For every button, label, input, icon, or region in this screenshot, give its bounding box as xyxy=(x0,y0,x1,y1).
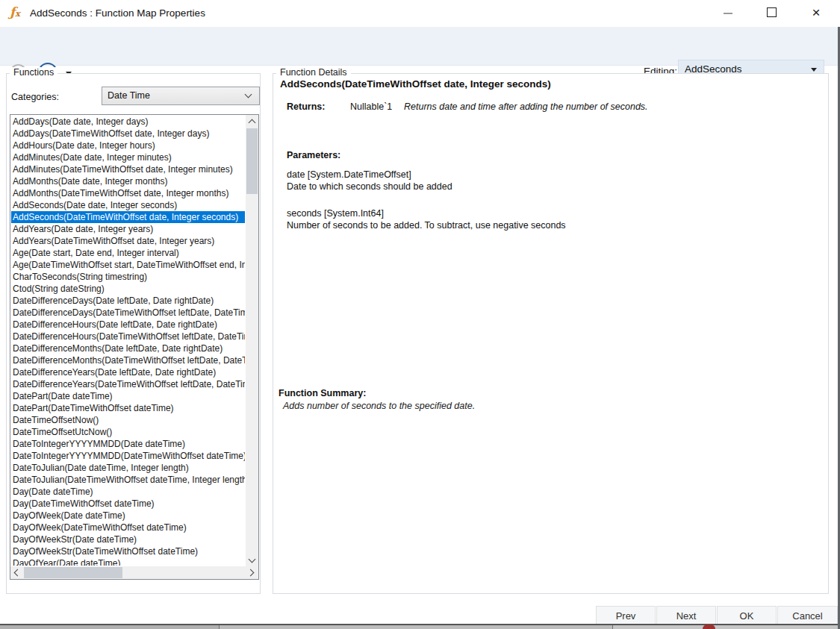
vertical-scrollbar-thumb[interactable] xyxy=(246,128,258,194)
list-item[interactable]: AddDays(DateTimeWithOffset date, Integer… xyxy=(11,128,245,140)
window-title: AddSeconds : Function Map Properties xyxy=(30,0,205,27)
categories-label: Categories: xyxy=(11,92,59,102)
list-item[interactable]: DateDifferenceYears(DateTimeWithOffset l… xyxy=(11,378,245,390)
list-item[interactable]: DateTimeOffsetNow() xyxy=(11,414,245,426)
list-item[interactable]: DateToIntegerYYYYMMDD(Date dateTime) xyxy=(11,438,245,450)
function-details-groupbox-title: Function Details xyxy=(276,67,351,78)
list-item[interactable]: DateDifferenceMonths(DateTimeWithOffset … xyxy=(11,354,245,366)
minimize-icon xyxy=(724,13,732,14)
list-item[interactable]: AddSeconds(Date date, Integer seconds) xyxy=(11,199,245,211)
maximize-button[interactable] xyxy=(754,0,788,25)
returns-type: Nullable`1 xyxy=(350,101,404,112)
list-item[interactable]: AddMonths(Date date, Integer months) xyxy=(11,175,245,187)
list-item[interactable]: DateDifferenceMonths(Date leftDate, Date… xyxy=(11,342,245,354)
list-item[interactable]: DatePart(Date dateTime) xyxy=(11,390,245,402)
categories-combobox[interactable]: Date Time xyxy=(102,87,260,105)
next-button[interactable]: Next xyxy=(656,606,716,626)
scroll-left-arrow-icon[interactable] xyxy=(10,566,23,579)
list-item[interactable]: DateDifferenceHours(Date leftDate, Date … xyxy=(11,319,245,331)
parameters-list: date [System.DateTimeOffset]Date to whic… xyxy=(287,169,566,247)
function-summary-text: Adds number of seconds to the specified … xyxy=(283,401,475,411)
background-red-icon xyxy=(703,625,715,629)
maximize-icon xyxy=(767,7,777,17)
list-item[interactable]: AddYears(DateTimeWithOffset date, Intege… xyxy=(11,235,245,247)
parameter-description: Number of seconds to be added. To subtra… xyxy=(287,220,566,232)
returns-label: Returns: xyxy=(287,101,350,112)
scroll-right-arrow-icon[interactable] xyxy=(246,566,258,579)
minimize-button[interactable] xyxy=(711,0,745,25)
cancel-button[interactable]: Cancel xyxy=(777,606,838,626)
list-item[interactable]: DateToJulian(Date dateTime, Integer leng… xyxy=(11,462,245,474)
chevron-down-icon xyxy=(245,91,252,98)
list-item[interactable]: DatePart(DateTimeWithOffset dateTime) xyxy=(11,402,245,414)
horizontal-scrollbar-thumb[interactable] xyxy=(24,567,122,578)
ok-button[interactable]: OK xyxy=(717,606,777,626)
fx-function-icon: ƒx xyxy=(10,4,20,19)
list-item[interactable]: DateToIntegerYYYYMMDD(DateTimeWithOffset… xyxy=(11,450,245,462)
functions-groupbox-title: Functions xyxy=(10,67,57,78)
parameter-name: date [System.DateTimeOffset] xyxy=(287,169,566,181)
list-item[interactable]: AddDays(Date date, Integer days) xyxy=(11,116,245,128)
dialog-window: ƒx AddSeconds : Function Map Properties … xyxy=(0,0,840,629)
list-item[interactable]: Day(DateTimeWithOffset dateTime) xyxy=(11,498,245,510)
function-listbox: AddDays(Date date, Integer days)AddDays(… xyxy=(10,114,259,580)
vertical-scrollbar[interactable] xyxy=(246,115,258,566)
scroll-up-arrow-icon[interactable] xyxy=(246,115,258,128)
parameter-entry: seconds [System.Int64]Number of seconds … xyxy=(287,208,566,231)
parameter-entry: date [System.DateTimeOffset]Date to whic… xyxy=(287,169,566,193)
list-item[interactable]: CharToSeconds(String timestring) xyxy=(11,271,245,283)
list-item[interactable]: DayOfWeekStr(Date dateTime) xyxy=(11,533,245,545)
list-item[interactable]: DateDifferenceHours(DateTimeWithOffset l… xyxy=(11,331,245,342)
list-item[interactable]: DateDifferenceDays(DateTimeWithOffset le… xyxy=(11,307,245,319)
list-item[interactable]: DayOfWeek(DateTimeWithOffset dateTime) xyxy=(11,522,245,533)
list-item[interactable]: DateToJulian(DateTimeWithOffset dateTime… xyxy=(11,474,245,486)
horizontal-scrollbar[interactable] xyxy=(10,566,258,579)
function-details-groupbox: Function Details AddSeconds(DateTimeWith… xyxy=(273,73,829,594)
prev-button[interactable]: Prev xyxy=(596,606,656,626)
parameter-name: seconds [System.Int64] xyxy=(287,208,566,220)
list-item[interactable]: Age(DateTimeWithOffset start, DateTimeWi… xyxy=(11,259,245,271)
list-item[interactable]: DateDifferenceDays(Date leftDate, Date r… xyxy=(11,295,245,307)
close-icon: × xyxy=(812,4,820,20)
function-list-items: AddDays(Date date, Integer days)AddDays(… xyxy=(11,116,245,566)
list-item[interactable]: DayOfWeekStr(DateTimeWithOffset dateTime… xyxy=(11,545,245,557)
categories-combobox-value: Date Time xyxy=(108,87,150,104)
list-item[interactable]: AddSeconds(DateTimeWithOffset date, Inte… xyxy=(11,211,245,223)
function-summary-label: Function Summary: xyxy=(279,388,366,398)
title-bar: ƒx AddSeconds : Function Map Properties … xyxy=(0,0,840,27)
close-button[interactable]: × xyxy=(799,0,833,25)
chevron-down-icon xyxy=(811,68,817,72)
list-item[interactable]: DayOfWeek(Date dateTime) xyxy=(11,510,245,522)
list-item[interactable]: AddHours(Date date, Integer hours) xyxy=(11,140,245,151)
list-item[interactable]: DayOfYear(Date dateTime) xyxy=(11,557,245,566)
list-item[interactable]: Ctod(String dateString) xyxy=(11,283,245,295)
list-item[interactable]: DateTimeOffsetUtcNow() xyxy=(11,426,245,438)
list-item[interactable]: AddMonths(DateTimeWithOffset date, Integ… xyxy=(11,187,245,199)
functions-groupbox: Functions Categories: Date Time AddDays(… xyxy=(6,73,261,594)
parameter-description: Date to which seconds should be added xyxy=(287,181,566,193)
list-item[interactable]: DateDifferenceYears(Date leftDate, Date … xyxy=(11,366,245,378)
list-item[interactable]: AddMinutes(DateTimeWithOffset date, Inte… xyxy=(11,163,245,175)
scroll-down-arrow-icon[interactable] xyxy=(246,554,258,566)
function-signature: AddSeconds(DateTimeWithOffset date, Inte… xyxy=(280,78,551,90)
list-item[interactable]: AddMinutes(Date date, Integer minutes) xyxy=(11,151,245,163)
list-item[interactable]: AddYears(Date date, Integer years) xyxy=(11,223,245,235)
parameters-label: Parameters: xyxy=(287,150,340,160)
list-item[interactable]: Day(Date dateTime) xyxy=(11,486,245,498)
returns-description: Returns date and time after adding the n… xyxy=(404,101,648,112)
returns-row: Returns: Nullable`1 Returns date and tim… xyxy=(287,101,648,112)
navigation-toolbar: ← → Editing: AddSeconds xyxy=(0,27,840,66)
list-item[interactable]: Age(Date start, Date end, Integer interv… xyxy=(11,247,245,259)
